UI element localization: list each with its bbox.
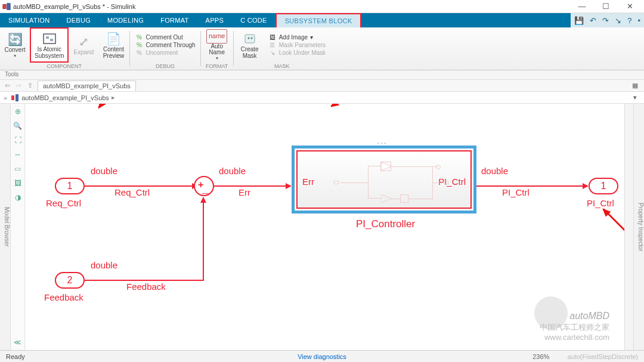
svg-rect-9	[16, 94, 18, 101]
tab-simulation[interactable]: SIMULATION	[0, 13, 58, 27]
look-under-mask-button[interactable]: ↘Look Under Mask	[268, 49, 326, 56]
subsystem-inner: Err PI_Ctrl	[296, 150, 472, 209]
view-diagnostics-link[interactable]: View diagnostics	[298, 353, 346, 360]
tab-debug[interactable]: DEBUG	[58, 13, 99, 27]
arrow-in2-sum	[200, 197, 206, 203]
sum-out-dtype: double	[219, 166, 246, 176]
outport-1-num: 1	[601, 181, 606, 191]
convert-icon: 🔄	[8, 32, 23, 47]
mask-parameters-button[interactable]: ☰Mask Parameters	[268, 42, 326, 48]
svg-point-7	[250, 38, 252, 39]
nav-up-icon[interactable]: ⇧	[26, 82, 34, 89]
qat-more-icon[interactable]: •	[637, 16, 640, 25]
inport-2-block[interactable]: 2	[55, 272, 85, 289]
mini-wire	[392, 199, 400, 199]
status-zoom[interactable]: 236%	[532, 353, 549, 360]
svg-rect-0	[3, 4, 6, 8]
mask-params-icon: ☰	[268, 42, 277, 48]
tab-modeling[interactable]: MODELING	[99, 13, 152, 27]
title-bar: autoMBD_example_PI_vSubs * - Simulink — …	[0, 0, 644, 13]
content-preview-icon: 📄	[106, 31, 121, 47]
palette-zoom-icon[interactable]: 🔍	[13, 120, 23, 131]
maximize-button[interactable]: ☐	[594, 0, 618, 13]
nav-forward-icon[interactable]: ⇨	[15, 82, 23, 89]
watermark: autoMBD 中国汽车工程师之家 www.cartech8.com	[540, 310, 609, 343]
inport-1-block[interactable]: 1	[55, 178, 85, 194]
breadcrumb-bar: » autoMBD_example_PI_vSubs ▸ ▾	[0, 92, 644, 104]
tab-ccode[interactable]: C CODE	[232, 13, 275, 27]
wire-in2-v	[203, 198, 204, 281]
is-atomic-subsystem-button[interactable]: Is Atomic Subsystem	[30, 27, 69, 63]
tab-apps[interactable]: APPS	[197, 13, 233, 27]
nav-menu-icon[interactable]: ▦	[630, 82, 640, 89]
arrow-sum-sub	[286, 183, 292, 189]
separator	[200, 31, 201, 66]
convert-button[interactable]: 🔄 Convert	[0, 27, 30, 63]
uncomment-button[interactable]: %Uncomment	[135, 49, 195, 56]
palette-fit-icon[interactable]: ⛶	[13, 135, 23, 146]
pi-controller-subsystem[interactable]: Err PI_Ctrl	[292, 146, 476, 214]
wire-sub-out	[476, 185, 584, 187]
tab-subsystem-block[interactable]: SUBSYSTEM BLOCK	[275, 13, 362, 27]
palette-annotate-icon[interactable]: ▭	[13, 163, 23, 174]
comment-out-button[interactable]: %Comment Out	[135, 34, 195, 41]
annotation-arrow-3	[603, 208, 633, 294]
separator	[233, 31, 234, 66]
hide-browser-icon[interactable]: »	[4, 94, 7, 101]
palette-target-icon[interactable]: ⊕	[13, 106, 23, 117]
group-component-label: COMPONENT	[0, 63, 128, 69]
inport-2-name: Feedback	[44, 292, 83, 302]
group-mask-label: MASK	[235, 63, 329, 69]
subsystem-out-label: PI_Ctrl	[438, 177, 466, 187]
comment-out-icon: %	[135, 34, 143, 41]
model-tab[interactable]: autoMBD_example_PI_vSubs	[38, 81, 136, 91]
separator	[129, 31, 130, 66]
group-debug: %Comment Out %Comment Through %Uncomment…	[131, 27, 199, 70]
create-label-2: Mask	[243, 53, 257, 60]
palette-select-icon[interactable]: ↔	[13, 149, 23, 160]
subsystem-ellipsis-icon[interactable]: ...	[377, 136, 388, 146]
status-solver[interactable]: auto(FixedStepDiscrete)	[567, 353, 638, 360]
add-image-button[interactable]: 🖼Add Image ▾	[268, 34, 326, 41]
add-image-icon: 🖼	[268, 34, 277, 41]
nav-back-icon[interactable]: ⇦	[4, 82, 11, 89]
auto-name-button[interactable]: name Auto Name	[202, 27, 232, 63]
breadcrumb-dropdown-icon[interactable]: ▾	[630, 94, 640, 101]
canvas-palette: ⊕ 🔍 ⛶ ↔ ▭ 🖼 ◑ ≪	[11, 104, 25, 350]
palette-viewmark-icon[interactable]: ◑	[13, 192, 23, 203]
group-component: 🔄 Convert Is Atomic Subsystem ⤢ Expand 📄…	[0, 27, 128, 70]
diagram-canvas[interactable]: 1 Req_Ctrl double Req_Ctrl 2 Feedback do…	[25, 104, 633, 350]
tools-row-label: Tools	[0, 70, 644, 80]
minimize-button[interactable]: —	[570, 0, 594, 13]
property-inspector-rail[interactable]: Property Inspector	[633, 104, 644, 350]
mini-wire	[368, 198, 382, 199]
qat-help-icon[interactable]: ?	[627, 16, 631, 25]
comment-actions: %Comment Out %Comment Through %Uncomment	[131, 27, 199, 63]
breadcrumb-root[interactable]: autoMBD_example_PI_vSubs	[21, 94, 109, 101]
content-preview-button[interactable]: 📄 Content Preview	[98, 27, 128, 63]
svg-marker-10	[381, 162, 392, 171]
comment-through-button[interactable]: %Comment Through	[135, 42, 195, 48]
qat-redo-icon[interactable]: ↷	[602, 16, 609, 25]
qat-save-icon[interactable]: 💾	[574, 16, 584, 25]
window-controls: — ☐ ✕	[570, 0, 642, 13]
model-browser-rail[interactable]: Model Browser	[0, 104, 11, 350]
sum-block[interactable]: + _	[194, 176, 214, 196]
mini-wire	[432, 182, 442, 183]
subsystem-in-label: Err	[302, 177, 314, 187]
tab-format[interactable]: FORMAT	[152, 13, 197, 27]
wire-in2-h	[85, 280, 204, 281]
qat-undo-icon[interactable]: ↶	[590, 16, 596, 25]
outport-1-block[interactable]: 1	[589, 178, 618, 194]
expand-button[interactable]: ⤢ Expand	[69, 27, 98, 63]
palette-last-icon[interactable]: ≪	[13, 337, 23, 348]
quick-access-toolbar: 💾 ↶ ↷ ↘ ? •	[571, 13, 644, 27]
svg-rect-8	[11, 95, 14, 100]
simulink-app-icon	[2, 2, 11, 11]
qat-step-icon[interactable]: ↘	[615, 16, 621, 25]
close-button[interactable]: ✕	[618, 0, 642, 13]
status-ready: Ready	[6, 353, 25, 360]
palette-image-icon[interactable]: 🖼	[13, 178, 23, 188]
create-mask-button[interactable]: Create Mask	[235, 27, 265, 63]
content-label-2: Preview	[103, 53, 125, 60]
